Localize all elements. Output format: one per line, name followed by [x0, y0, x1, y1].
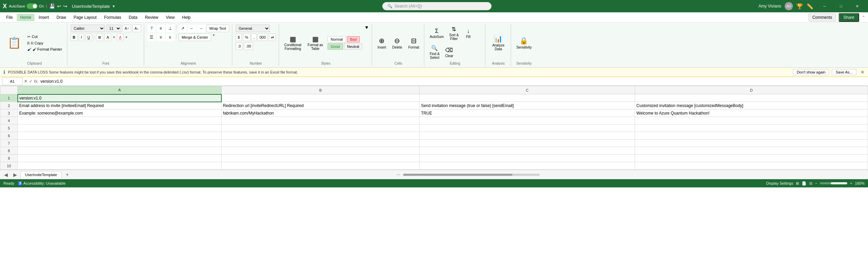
- row-header-2[interactable]: 2: [0, 102, 18, 109]
- merge-dropdown[interactable]: ▼: [212, 34, 215, 41]
- cell-C8[interactable]: [419, 147, 635, 155]
- cell-B7[interactable]: [221, 140, 419, 147]
- cell-D6[interactable]: [635, 132, 868, 140]
- analyze-data-button[interactable]: 📊 Analyze Data: [489, 33, 508, 52]
- cell-C7[interactable]: [419, 140, 635, 147]
- col-header-C[interactable]: C: [419, 86, 635, 94]
- format-painter-button[interactable]: 🖌 🖌 Format Painter: [25, 47, 64, 52]
- decimal-button[interactable]: ⇌: [269, 34, 276, 41]
- cell-D4[interactable]: [635, 117, 868, 124]
- cell-A10[interactable]: [18, 162, 222, 170]
- conditional-formatting-button[interactable]: ▦ Conditional Formatting: [283, 34, 303, 52]
- cell-A1[interactable]: version:v1.0: [18, 94, 222, 102]
- font-color-button[interactable]: A: [117, 34, 123, 41]
- cell-C4[interactable]: [419, 117, 635, 124]
- style-bad-button[interactable]: Bad: [347, 36, 360, 42]
- cell-C6[interactable]: [419, 132, 635, 140]
- notification-close-button[interactable]: ✕: [860, 69, 865, 75]
- save-as-button[interactable]: Save As...: [832, 69, 856, 75]
- cell-A9[interactable]: [18, 155, 222, 162]
- underline-button[interactable]: U: [85, 34, 92, 41]
- cell-C1[interactable]: [419, 94, 635, 102]
- delete-button[interactable]: ⊖ Delete: [390, 35, 404, 51]
- row-header-10[interactable]: 10: [0, 162, 18, 170]
- cell-C3[interactable]: TRUE: [419, 109, 635, 117]
- col-header-A[interactable]: A: [18, 86, 222, 94]
- redo-icon[interactable]: ↪: [63, 3, 67, 9]
- menu-item-view[interactable]: View: [163, 14, 178, 21]
- cell-reference-input[interactable]: [2, 78, 23, 85]
- insert-button[interactable]: ⊕ Insert: [375, 35, 388, 51]
- cell-A2[interactable]: Email address to invite [inviteeEmail] R…: [18, 102, 222, 109]
- menu-item-home[interactable]: Home: [17, 14, 35, 21]
- sort-filter-button[interactable]: ⇅ Sort & Filter: [447, 25, 461, 42]
- cell-D5[interactable]: [635, 124, 868, 132]
- row-header-1[interactable]: 1: [0, 94, 18, 102]
- cell-B10[interactable]: [221, 162, 419, 170]
- cell-A8[interactable]: [18, 147, 222, 155]
- increase-font-button[interactable]: A↑: [123, 25, 131, 32]
- cell-D9[interactable]: [635, 155, 868, 162]
- format-as-table-button[interactable]: ▦ Format as Table: [305, 34, 326, 52]
- undo-icon[interactable]: ↩: [57, 3, 61, 9]
- cell-A4[interactable]: [18, 117, 222, 124]
- share-button[interactable]: Share: [839, 13, 859, 22]
- menu-item-data[interactable]: Data: [125, 14, 141, 21]
- cell-C9[interactable]: [419, 155, 635, 162]
- row-header-3[interactable]: 3: [0, 109, 18, 117]
- file-name-dropdown[interactable]: ▼: [112, 4, 115, 8]
- tab-nav-right[interactable]: ▶: [11, 171, 19, 178]
- align-right-button[interactable]: ≡: [166, 34, 174, 41]
- comments-button[interactable]: Comments: [809, 13, 836, 22]
- styles-more-icon[interactable]: ▼: [364, 25, 369, 30]
- font-color-dropdown[interactable]: ▼: [125, 36, 128, 39]
- formula-input[interactable]: [39, 78, 866, 84]
- zoom-out-button[interactable]: −: [815, 181, 817, 185]
- font-size-select[interactable]: 11: [106, 25, 121, 32]
- zoom-level[interactable]: 160%: [855, 181, 865, 185]
- style-normal-button[interactable]: Normal: [328, 36, 346, 42]
- cut-button[interactable]: ✂ Cut: [25, 34, 64, 40]
- cell-B6[interactable]: [221, 132, 419, 140]
- zoom-bar[interactable]: [820, 182, 847, 184]
- cell-D3[interactable]: Welcome to Azure Quantum Hackathon!: [635, 109, 868, 117]
- scrollbar-thumb[interactable]: [403, 174, 512, 176]
- cell-A6[interactable]: [18, 132, 222, 140]
- autosave-toggle[interactable]: AutoSave On: [9, 3, 44, 9]
- wrap-text-button[interactable]: Wrap Text: [206, 25, 229, 32]
- sheet-tab-userinvitetemplate[interactable]: UserInviteTemplate: [20, 171, 61, 179]
- number-format-select[interactable]: General: [236, 25, 270, 32]
- clear-button[interactable]: ⌫ Clear: [443, 45, 455, 59]
- scroll-nav-icon[interactable]: ⋯: [396, 172, 400, 177]
- row-header-8[interactable]: 8: [0, 147, 18, 155]
- border-button[interactable]: ⊞: [96, 34, 103, 41]
- cell-D1[interactable]: [635, 94, 868, 102]
- cell-B1[interactable]: [221, 94, 419, 102]
- decrease-font-button[interactable]: A↓: [133, 25, 141, 32]
- fill-color-button[interactable]: A: [105, 34, 111, 41]
- cell-D7[interactable]: [635, 140, 868, 147]
- italic-button[interactable]: I: [79, 34, 84, 41]
- align-middle-button[interactable]: ≡: [157, 25, 165, 32]
- menu-item-draw[interactable]: Draw: [53, 14, 69, 21]
- text-direction-button[interactable]: ↗: [179, 25, 187, 32]
- menu-item-formulas[interactable]: Formulas: [101, 14, 125, 21]
- cell-B9[interactable]: [221, 155, 419, 162]
- confirm-formula-icon[interactable]: ✓: [29, 79, 33, 84]
- minimize-button[interactable]: ─: [817, 0, 832, 12]
- thousands-button[interactable]: 000: [258, 34, 268, 41]
- add-sheet-button[interactable]: +: [63, 171, 71, 179]
- cell-B3[interactable]: fabrikam.com/MyHackathon: [221, 109, 419, 117]
- cell-B5[interactable]: [221, 124, 419, 132]
- display-settings-label[interactable]: Display Settings: [766, 181, 793, 185]
- style-good-button[interactable]: Good: [328, 43, 343, 50]
- menu-item-page-layout[interactable]: Page Layout: [70, 14, 100, 21]
- align-left-button[interactable]: ☰: [148, 34, 156, 41]
- pen-icon[interactable]: ✏️: [807, 3, 813, 10]
- align-center-button[interactable]: ≡: [157, 34, 165, 41]
- close-button[interactable]: ✕: [850, 0, 865, 12]
- decrease-decimal-button[interactable]: .0: [236, 42, 243, 50]
- cell-D10[interactable]: [635, 162, 868, 170]
- page-layout-button[interactable]: 📄: [802, 181, 807, 186]
- copy-button[interactable]: ⎘ ⎘ Copy: [25, 40, 64, 46]
